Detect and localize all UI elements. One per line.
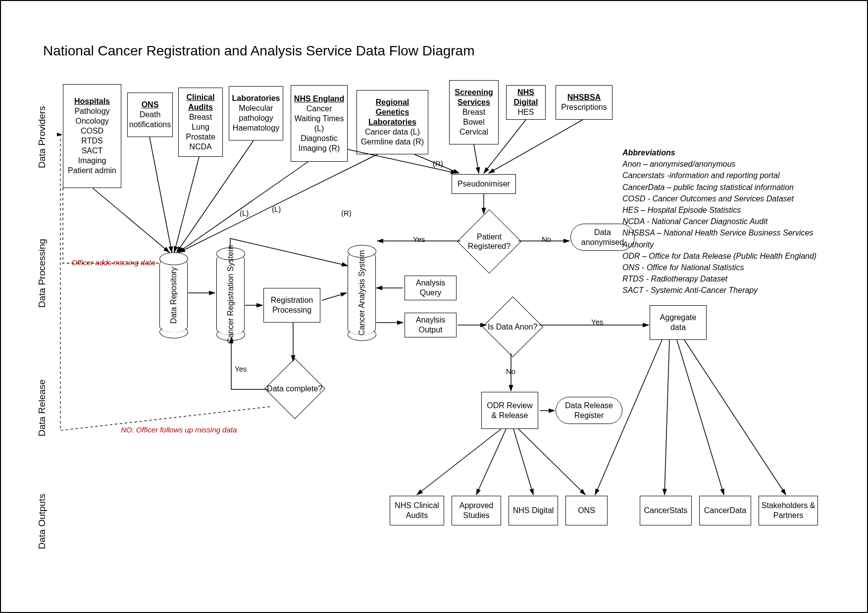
label-yes-2: Yes <box>234 365 248 373</box>
svg-line-16 <box>322 293 347 300</box>
hospitals-l5: Imaging <box>78 156 106 166</box>
hospitals-l6: Patient admin <box>68 166 116 176</box>
lane-providers: Data Providers <box>37 106 48 168</box>
scr-l1: Bowel <box>463 117 485 127</box>
nhse-l2: (L) <box>314 124 324 134</box>
audits-l0: Breast <box>189 112 212 122</box>
abbrev-1: Cancerstats -information and reporting p… <box>622 170 830 181</box>
abbrev-10: SACT - Systemic Anti-Cancer Therapy <box>622 284 830 296</box>
label-officer-adds: Officer adds missing data <box>70 258 156 267</box>
cancer-analysis-cylinder: Cancer Analysis System <box>348 251 376 335</box>
data-release-register-node: Data Release Register <box>556 397 622 424</box>
cancer-registration-cylinder: Cancer Registration System <box>216 253 245 335</box>
cancer-analysis-label: Cancer Analysis System <box>357 250 366 336</box>
provider-audits: Clinical Audits Breast Lung Prostate NCD… <box>178 88 223 157</box>
svg-line-3 <box>177 141 254 252</box>
analysis-query-box: Analysis Query <box>405 276 457 300</box>
gen-l0: Cancer data (L) <box>365 127 420 137</box>
data-repository-cylinder: Data Repository <box>159 258 188 332</box>
label-yes-3: Yes <box>590 318 604 326</box>
provider-ons: ONS Death notifications <box>127 93 173 137</box>
svg-line-2 <box>174 157 199 252</box>
svg-line-24 <box>476 429 506 495</box>
scr-hd: Screening Services <box>452 88 496 107</box>
hospitals-l0: Pathology <box>74 106 109 116</box>
svg-line-29 <box>684 340 786 495</box>
svg-line-27 <box>664 340 669 495</box>
label-no-1: No <box>541 235 552 243</box>
labs-l1: pathology <box>239 113 273 123</box>
nhse-l1: Waiting Times <box>295 114 344 124</box>
audits-l2: Prostate <box>186 132 215 142</box>
hospitals-l2: COSD <box>81 126 103 136</box>
gen-l1: Germline data (R) <box>361 137 424 147</box>
hospitals-l1: Oncology <box>75 116 109 126</box>
svg-line-1 <box>150 137 172 252</box>
label-R-2: (R) <box>432 159 444 168</box>
analysis-output-box: Anaylsis Output <box>405 313 457 337</box>
label-no-2: No <box>505 367 516 376</box>
output-cancerstats: CancerStats <box>640 496 692 525</box>
nhse-l0: Cancer <box>306 104 332 114</box>
data-complete-label: Data complete? <box>265 384 324 393</box>
nhsbsa-l0: Prescriptions <box>561 102 607 112</box>
labs-l2: Haematology <box>233 123 279 133</box>
output-approved: Approved Studies <box>452 496 501 525</box>
output-ons: ONS <box>565 496 608 525</box>
provider-genetics: Regional Genetics Laboratories Cancer da… <box>357 90 428 154</box>
provider-labs: Laboratories Molecular pathology Haemato… <box>229 86 283 141</box>
lane-processing: Data Processing <box>37 239 48 308</box>
scr-l2: Cervical <box>460 127 488 137</box>
decision-data-complete: Data complete? <box>264 358 325 419</box>
abbrev-2: CancerData – public facing statistical i… <box>622 182 830 193</box>
label-officer-follows: NO: Officer follows up missing data <box>120 425 238 434</box>
lane-outputs: Data Outputs <box>37 494 48 549</box>
provider-screening: Screening Services Breast Bowel Cervical <box>449 80 499 144</box>
svg-line-25 <box>513 429 533 495</box>
provider-nhsbsa: NHSBSA Prescriptions <box>556 85 613 120</box>
provider-nhs-england: NHS England Cancer Waiting Times (L) Dia… <box>291 85 348 162</box>
abbrev-8: ONS - Office for National Statistics <box>622 262 830 273</box>
abbrev-0: Anon – anonymised/anonymous <box>622 158 830 170</box>
ons-hd: ONS <box>142 100 159 110</box>
nhsd-hd: NHS Digital <box>509 88 543 107</box>
labs-l0: Molecular <box>239 103 273 113</box>
svg-line-0 <box>93 188 169 252</box>
diagram-page: National Cancer Registration and Analysi… <box>0 0 868 613</box>
nhsbsa-hd: NHSBSA <box>567 93 601 102</box>
svg-line-23 <box>417 429 501 495</box>
label-R-1: (R) <box>340 209 353 217</box>
abbrev-hd: Abbreviations <box>622 147 830 158</box>
abbrev-5: NCDA - National Cancer Diagnostic Audit <box>622 216 830 227</box>
audits-l3: NCDA <box>189 142 211 152</box>
diagram-title: National Cancer Registration and Analysi… <box>43 43 475 59</box>
output-nhs-digital: NHS Digital <box>509 496 558 525</box>
hospitals-hd: Hospitals <box>74 96 110 106</box>
svg-line-28 <box>677 340 724 495</box>
label-L-2: (L) <box>271 205 282 213</box>
abbrev-9: RTDS - Radiotherapy Dataset <box>622 273 830 284</box>
registration-processing-box: Registration Processing <box>263 288 320 323</box>
audits-l1: Lung <box>192 122 209 132</box>
audits-hd: Clinical Audits <box>181 93 220 112</box>
svg-line-8 <box>474 144 479 173</box>
scr-l0: Breast <box>462 107 485 117</box>
hospitals-l4: SACT <box>82 146 103 156</box>
label-yes-1: Yes <box>412 235 426 243</box>
odr-review-box: ODR Review & Release <box>481 392 538 429</box>
nhsd-l0: HES <box>518 107 534 117</box>
ons-l0: Death <box>140 110 161 120</box>
pseudonimiser-box: Pseudonimiser <box>452 174 516 194</box>
gen-hd: Regional Genetics Laboratories <box>359 97 426 127</box>
svg-line-4 <box>178 162 308 252</box>
nhse-hd: NHS England <box>294 94 344 104</box>
nhse-l3: Diagnostic <box>301 134 338 143</box>
label-L-1: (L) <box>239 209 250 217</box>
aggregate-data-box: Aggregate data <box>650 305 707 340</box>
patient-registered-label: Patient Registered? <box>458 232 520 251</box>
decision-patient-registered: Patient Registered? <box>457 209 521 274</box>
abbrev-7: ODR – Office for Data Release (Public He… <box>622 250 830 262</box>
abbrev-3: COSD - Cancer Outcomes and Services Data… <box>622 193 830 204</box>
provider-nhs-digital: NHS Digital HES <box>506 85 546 120</box>
decision-is-anon: Is Data Anon? <box>482 296 543 357</box>
